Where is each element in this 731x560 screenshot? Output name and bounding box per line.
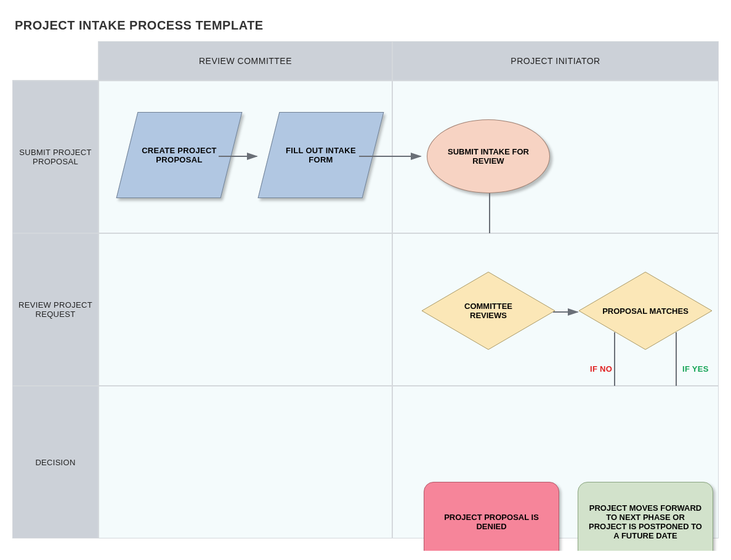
lane-r1-c2: SUBMIT INTAKE FOR REVIEW (392, 81, 719, 233)
row-label-review-request: REVIEW PROJECT REQUEST (12, 233, 99, 386)
node-submit-review: SUBMIT INTAKE FOR REVIEW (427, 119, 550, 193)
node-fill-form-label: FILL OUT INTAKE FORM (269, 146, 373, 164)
label-if-no: IF NO (590, 364, 612, 374)
node-approved-label: PROJECT MOVES FORWARD TO NEXT PHASE OR P… (587, 503, 704, 540)
node-denied-label: PROJECT PROPOSAL IS DENIED (433, 513, 550, 531)
col-header-review-committee: REVIEW COMMITTEE (99, 41, 392, 81)
swimlane-grid: REVIEW COMMITTEE PROJECT INITIATOR SUBMI… (12, 41, 719, 538)
arrow-icon (359, 150, 427, 162)
arrow-icon (219, 150, 268, 162)
row-label-decision: DECISION (12, 386, 99, 538)
lane-r1-c1: CREATE PROJECT PROPOSAL FILL OUT INTAKE … (99, 81, 392, 233)
node-create-proposal-label: CREATE PROJECT PROPOSAL (127, 146, 231, 164)
lane-r2-c1 (99, 233, 392, 386)
col-header-project-initiator: PROJECT INITIATOR (392, 41, 719, 81)
node-submit-review-label: SUBMIT INTAKE FOR REVIEW (443, 147, 533, 166)
label-if-yes: IF YES (682, 364, 709, 374)
row-label-submit-proposal: SUBMIT PROJECT PROPOSAL (12, 81, 99, 233)
node-denied: PROJECT PROPOSAL IS DENIED (424, 482, 559, 551)
node-approved: PROJECT MOVES FORWARD TO NEXT PHASE OR P… (578, 482, 713, 551)
lane-r2-c2: COMMITTEE REVIEWS PROPOSAL MATCHES IF NO… (392, 233, 719, 386)
corner-cell (12, 41, 99, 81)
lane-r3-c1 (99, 386, 392, 538)
lane-r3-c2: PROJECT PROPOSAL IS DENIED PROJECT MOVES… (392, 386, 719, 538)
page-title: PROJECT INTAKE PROCESS TEMPLATE (15, 18, 719, 33)
